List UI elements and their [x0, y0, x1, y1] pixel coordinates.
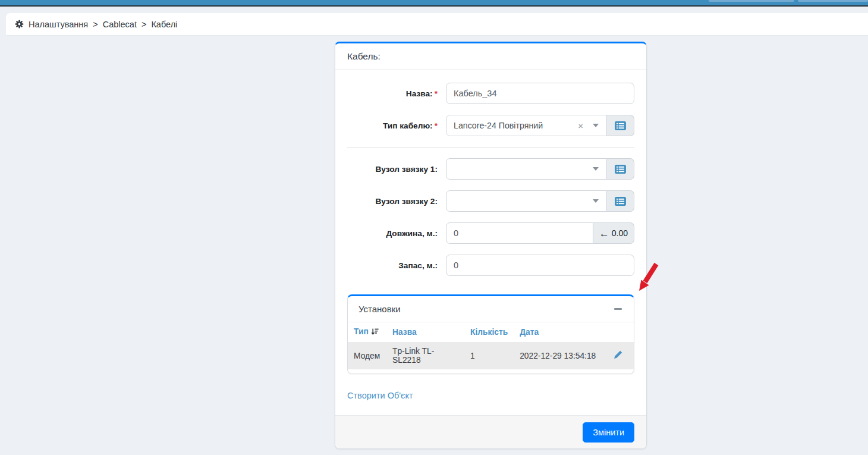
create-object-link[interactable]: Створити Об'єкт: [347, 391, 413, 400]
node2-select[interactable]: [446, 190, 606, 212]
breadcrumb-cablecat[interactable]: Cablecat: [103, 20, 137, 29]
name-field-row: Назва:*: [347, 83, 634, 104]
node2-label: Вузол звязку 2:: [347, 197, 446, 206]
installations-title: Установки: [358, 304, 612, 314]
cable-card-footer: Змінити: [335, 415, 646, 448]
submit-button[interactable]: Змінити: [583, 422, 634, 443]
list-alt-icon: [615, 197, 626, 206]
installation-qty-cell: 1: [464, 342, 514, 369]
cable-card-title: Кабель:: [335, 43, 646, 70]
installations-panel-header: Установки: [348, 296, 634, 322]
node1-label: Вузол звязку 1:: [347, 165, 446, 174]
breadcrumb-separator: >: [93, 20, 98, 29]
cable-card: Кабель: Назва:* Тип кабелю:* Lancore-24 …: [335, 42, 647, 449]
column-header-actions: [602, 322, 634, 342]
node1-select[interactable]: [446, 158, 606, 180]
list-alt-icon: [615, 121, 626, 130]
list-alt-icon: [615, 165, 626, 174]
chevron-down-icon: [593, 167, 599, 171]
reserve-input[interactable]: [446, 255, 634, 276]
column-header-quantity[interactable]: Кількість: [464, 322, 514, 342]
reserve-label: Запас, м.:: [347, 261, 446, 270]
cable-type-label: Тип кабелю:*: [347, 121, 446, 130]
required-asterisk: *: [435, 121, 438, 130]
cable-type-list-button[interactable]: [606, 115, 634, 136]
breadcrumb-separator: >: [141, 20, 146, 29]
top-navbar: [0, 0, 868, 7]
installation-type-cell: Модем: [348, 342, 386, 369]
arrow-left-icon: ←: [599, 228, 609, 239]
cable-type-selected-value: Lancore-24 Повітряний: [454, 121, 578, 130]
section-divider: [347, 147, 634, 148]
column-header-name[interactable]: Назва: [386, 322, 464, 342]
collapse-panel-button[interactable]: [612, 304, 623, 315]
node1-field-row: Вузол звязку 1:: [347, 158, 634, 180]
cable-card-body: Назва:* Тип кабелю:* Lancore-24 Повітрян…: [335, 70, 646, 415]
installation-date-cell: 2022-12-29 13:54:18: [514, 342, 602, 369]
length-previous-value: 0.00: [612, 228, 628, 238]
breadcrumb-cables: Кабелі: [151, 20, 177, 29]
navbar-button-partial[interactable]: [798, 0, 868, 2]
sort-amount-down-icon: [371, 328, 379, 337]
installation-row: Модем Tp-Link TL-SL2218 1 2022-12-29 13:…: [348, 342, 634, 369]
cable-type-select[interactable]: Lancore-24 Повітряний ×: [446, 115, 606, 136]
chevron-down-icon: [593, 199, 599, 203]
name-label: Назва:*: [347, 89, 446, 98]
installation-name-cell: Tp-Link TL-SL2218: [386, 342, 464, 369]
length-previous-value-addon: ← 0.00: [593, 222, 634, 244]
length-field-row: Довжина, м.: ← 0.00: [347, 222, 634, 244]
name-input[interactable]: [446, 83, 634, 104]
breadcrumb-settings[interactable]: Налаштування: [29, 20, 88, 29]
required-asterisk: *: [435, 89, 438, 98]
node2-field-row: Вузол звязку 2:: [347, 190, 634, 212]
breadcrumb: Налаштування > Cablecat > Кабелі: [6, 13, 868, 36]
chevron-down-icon: [593, 124, 599, 127]
length-input[interactable]: [446, 222, 593, 244]
column-header-type[interactable]: Тип: [348, 322, 386, 342]
clear-selection-icon[interactable]: ×: [578, 121, 583, 130]
reserve-field-row: Запас, м.:: [347, 255, 634, 276]
cable-type-field-row: Тип кабелю:* Lancore-24 Повітряний ×: [347, 115, 634, 136]
minus-icon: [614, 308, 622, 310]
navbar-search-input-partial[interactable]: [709, 0, 794, 2]
installations-panel: Установки Тип: [347, 294, 634, 374]
node2-list-button[interactable]: [606, 190, 634, 212]
node1-list-button[interactable]: [606, 158, 634, 180]
gear-icon: [15, 20, 24, 29]
installations-table: Тип Назва Кількість: [348, 322, 634, 369]
edit-pencil-icon[interactable]: [614, 350, 622, 361]
column-header-date[interactable]: Дата: [514, 322, 602, 342]
length-label: Довжина, м.:: [347, 229, 446, 238]
